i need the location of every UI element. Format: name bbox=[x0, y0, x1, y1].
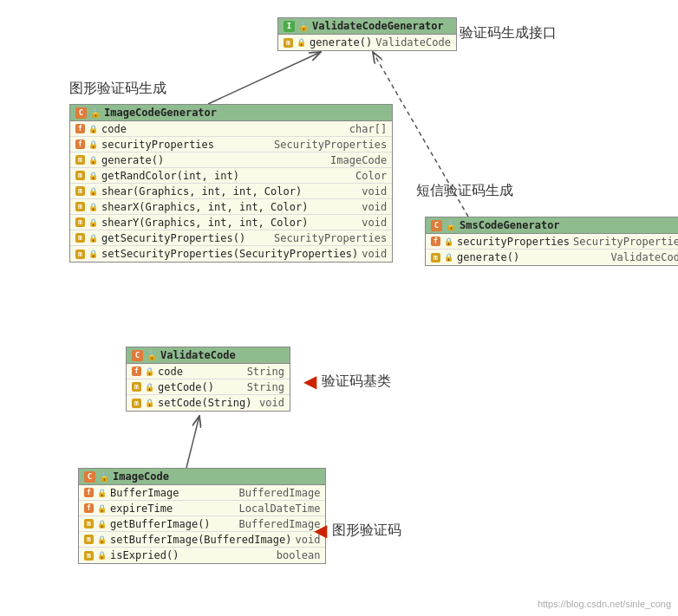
watermark: https://blog.csdn.net/sinle_cong bbox=[538, 599, 671, 609]
ic-field-expiretime: f 🔒 expireTime LocalDateTime bbox=[79, 501, 325, 516]
validatecodegenerator-title: ValidateCodeGenerator bbox=[312, 20, 444, 32]
icg-method-getsecprop: m 🔒 getSecurityProperties() SecurityProp… bbox=[70, 230, 392, 246]
red-arrow-icon: ◀ bbox=[303, 371, 316, 392]
red-arrow-icon: ◀ bbox=[314, 520, 327, 541]
method-icon: m bbox=[75, 155, 85, 165]
imagecodegenerator-annotation: 图形验证码生成 bbox=[69, 80, 166, 98]
class-icon: C bbox=[132, 350, 143, 361]
icg-method-getrandcolor: m 🔒 getRandColor(int, int) Color bbox=[70, 168, 392, 184]
imagecodegenerator-box: C 🔒 ImageCodeGenerator f 🔒 code char[] f… bbox=[69, 104, 393, 263]
icg-field-secprop: f 🔒 securityProperties SecurityPropertie… bbox=[70, 137, 392, 152]
validatecode-annotation: ◀ 验证码基类 bbox=[303, 371, 391, 392]
ic-method-isexpried: m 🔒 isExpried() boolean bbox=[79, 548, 325, 563]
method-icon: m bbox=[84, 535, 94, 544]
method-icon: m bbox=[84, 519, 94, 528]
smscodegenerator-header: C 🔒 SmsCodeGenerator bbox=[426, 217, 678, 234]
icg-method-sheary: m 🔒 shearY(Graphics, int, int, Color) vo… bbox=[70, 215, 392, 230]
vc-method-setcode: m 🔒 setCode(String) void bbox=[127, 395, 290, 411]
lock-icon: 🔒 bbox=[298, 22, 309, 31]
vc-field-code: f 🔒 code String bbox=[127, 364, 290, 379]
imagecode-header: C 🔒 ImageCode bbox=[79, 469, 325, 485]
svg-line-0 bbox=[208, 52, 321, 104]
imagecodegenerator-header: C 🔒 ImageCodeGenerator bbox=[70, 105, 392, 121]
field-icon: f bbox=[132, 366, 141, 376]
method-type: ValidateCode bbox=[375, 36, 451, 49]
method-icon: m bbox=[75, 202, 85, 211]
validatecode-header: C 🔒 ValidateCode bbox=[127, 347, 290, 364]
method-icon: m bbox=[75, 186, 85, 196]
class-icon: C bbox=[84, 471, 95, 483]
ic-method-getbufferimage: m 🔒 getBufferImage() BufferedImage bbox=[79, 516, 325, 532]
validatecode-title: ValidateCode bbox=[160, 349, 236, 361]
method-icon: m bbox=[431, 253, 440, 263]
field-icon: f bbox=[84, 488, 94, 497]
method-name: generate() bbox=[310, 36, 372, 49]
lock-icon: 🔒 bbox=[446, 221, 456, 230]
svg-line-2 bbox=[186, 416, 199, 468]
scg-field-secprop: f 🔒 securityProperties SecurityPropertie… bbox=[426, 234, 678, 250]
icg-method-shearx: m 🔒 shearX(Graphics, int, int, Color) vo… bbox=[70, 199, 392, 215]
method-icon: m bbox=[75, 171, 85, 180]
icg-method-setsecprop: m 🔒 setSecurityProperties(SecurityProper… bbox=[70, 246, 392, 262]
field-icon: f bbox=[75, 139, 85, 149]
method-icon: m bbox=[75, 217, 85, 227]
diagram-container: I 🔒 ValidateCodeGenerator m 🔒 generate()… bbox=[0, 0, 678, 616]
method-icon: m bbox=[284, 38, 293, 48]
validatecodegenerator-annotation: 验证码生成接口 bbox=[460, 24, 557, 42]
method-icon: m bbox=[75, 233, 85, 243]
vcg-method-generate: m 🔒 generate() ValidateCode bbox=[278, 35, 456, 50]
validatecode-box: C 🔒 ValidateCode f 🔒 code String m 🔒 get… bbox=[126, 347, 290, 412]
icg-field-code: f 🔒 code char[] bbox=[70, 121, 392, 137]
lock-icon: 🔒 bbox=[90, 108, 101, 118]
class-icon: C bbox=[431, 220, 442, 231]
method-icon: m bbox=[75, 250, 85, 259]
validatecodegenerator-header: I 🔒 ValidateCodeGenerator bbox=[278, 18, 456, 35]
field-icon: f bbox=[84, 503, 94, 513]
lock-sm: 🔒 bbox=[297, 38, 306, 47]
field-icon: f bbox=[431, 237, 440, 246]
method-icon: m bbox=[132, 382, 141, 392]
icg-method-shear: m 🔒 shear(Graphics, int, int, Color) voi… bbox=[70, 184, 392, 199]
class-icon: C bbox=[75, 107, 87, 119]
scg-method-generate: m 🔒 generate() ValidateCode bbox=[426, 250, 678, 265]
imagecode-title: ImageCode bbox=[113, 470, 169, 483]
validatecodegenerator-box: I 🔒 ValidateCodeGenerator m 🔒 generate()… bbox=[277, 17, 457, 51]
lock-icon: 🔒 bbox=[99, 472, 109, 482]
imagecode-box: C 🔒 ImageCode f 🔒 BufferImage BufferedIm… bbox=[78, 468, 326, 564]
imagecode-annotation: ◀ 图形验证码 bbox=[314, 520, 401, 541]
smscodegenerator-annotation: 短信验证码生成 bbox=[416, 182, 513, 200]
smscodegenerator-box: C 🔒 SmsCodeGenerator f 🔒 securityPropert… bbox=[425, 217, 678, 266]
imagecodegenerator-title: ImageCodeGenerator bbox=[104, 107, 217, 119]
smscodegenerator-title: SmsCodeGenerator bbox=[460, 219, 560, 231]
ic-method-setbufferimage: m 🔒 setBufferImage(BufferedImage) void bbox=[79, 532, 325, 548]
interface-icon: I bbox=[284, 21, 295, 32]
field-icon: f bbox=[75, 124, 85, 133]
method-icon: m bbox=[84, 551, 94, 561]
lock-icon: 🔒 bbox=[147, 351, 157, 360]
method-icon: m bbox=[132, 399, 141, 408]
icg-method-generate: m 🔒 generate() ImageCode bbox=[70, 152, 392, 168]
ic-field-bufferimage: f 🔒 BufferImage BufferedImage bbox=[79, 485, 325, 501]
vc-method-getcode: m 🔒 getCode() String bbox=[127, 379, 290, 395]
